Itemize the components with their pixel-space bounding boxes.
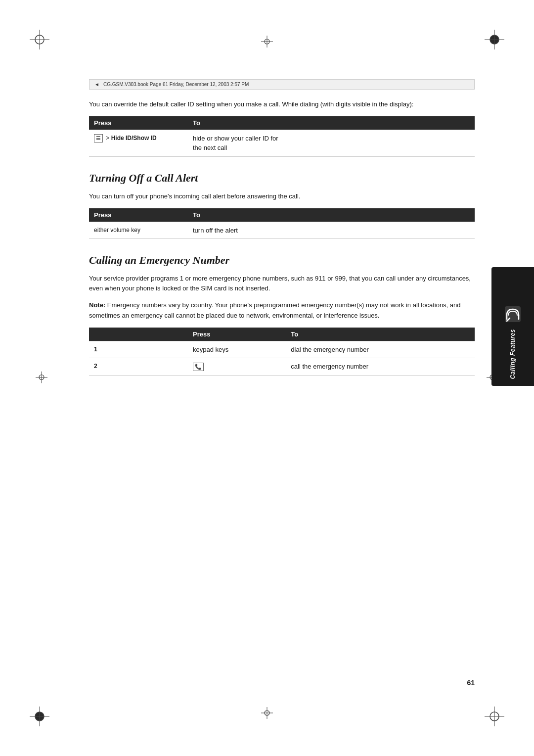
table3-row2-to: call the emergency number <box>286 358 475 376</box>
page: Calling Features ◄ CG.GSM.V303.book Page… <box>0 0 534 756</box>
table-row: 1 keypad keys dial the emergency number <box>89 341 475 358</box>
calling-features-tab: Calling Features <box>491 267 534 386</box>
section3-para1: Your service provider programs 1 or more… <box>89 274 475 293</box>
table1-row1-to: hide or show your caller ID forthe next … <box>188 130 475 156</box>
table2-col2-header: To <box>188 208 475 222</box>
corner-mark-br <box>485 707 504 726</box>
header-bar: ◄ CG.GSM.V303.book Page 61 Friday, Decem… <box>89 79 475 90</box>
table3-row1-num: 1 <box>89 341 188 358</box>
table3-row1-to: dial the emergency number <box>286 341 475 358</box>
table2-col1-header: Press <box>89 208 188 222</box>
table2-row1-to: turn off the alert <box>188 222 475 239</box>
table-row: 2 📞 call the emergency number <box>89 358 475 376</box>
table-volume: Press To either volume key turn off the … <box>89 208 475 239</box>
table-row: either volume key turn off the alert <box>89 222 475 239</box>
table1-col1-header: Press <box>89 116 188 130</box>
section2-intro: You can turn off your phone's incoming c… <box>89 191 475 201</box>
table2-row1-press: either volume key <box>89 222 188 239</box>
mid-top-mark <box>261 36 273 49</box>
table-hide-id: Press To ☰ > Hide ID/Show ID hide or sho… <box>89 116 475 157</box>
header-text: CG.GSM.V303.book Page 61 Friday, Decembe… <box>103 82 249 87</box>
table1-col2-header: To <box>188 116 475 130</box>
content-area: ◄ CG.GSM.V303.book Page 61 Friday, Decem… <box>89 79 475 677</box>
sidetab-label: Calling Features <box>509 329 516 379</box>
page-number: 61 <box>467 679 475 687</box>
table3-row2-num: 2 <box>89 358 188 376</box>
call-icon: 📞 <box>193 363 204 371</box>
note-label: Note: <box>89 301 105 309</box>
section3-title: Calling an Emergency Number <box>89 254 475 267</box>
mid-left-mark <box>36 372 47 385</box>
menu-icon: ☰ <box>94 134 103 142</box>
table3-col1-header: Press <box>188 328 286 341</box>
corner-mark-tl <box>30 30 49 49</box>
table3-row2-press: 📞 <box>188 358 286 376</box>
section2-title: Turning Off a Call Alert <box>89 172 475 185</box>
corner-mark-tr <box>485 30 504 49</box>
table1-row1-press: ☰ > Hide ID/Show ID <box>89 130 188 156</box>
table3-num-header <box>89 328 188 341</box>
table3-col2-header: To <box>286 328 475 341</box>
arrow-icon: ◄ <box>94 82 99 87</box>
table-row: ☰ > Hide ID/Show ID hide or show your ca… <box>89 130 475 156</box>
section1-intro: You can override the default caller ID s… <box>89 99 475 109</box>
note-text: Emergency numbers vary by country. Your … <box>89 301 461 319</box>
table3-row1-press: keypad keys <box>188 341 286 358</box>
section3-note: Note: Emergency numbers vary by country.… <box>89 300 475 320</box>
corner-mark-bl <box>30 707 49 726</box>
table-emergency: Press To 1 keypad keys dial the emergenc… <box>89 328 475 376</box>
mid-bottom-mark <box>261 707 273 720</box>
phone-icon <box>503 304 523 324</box>
